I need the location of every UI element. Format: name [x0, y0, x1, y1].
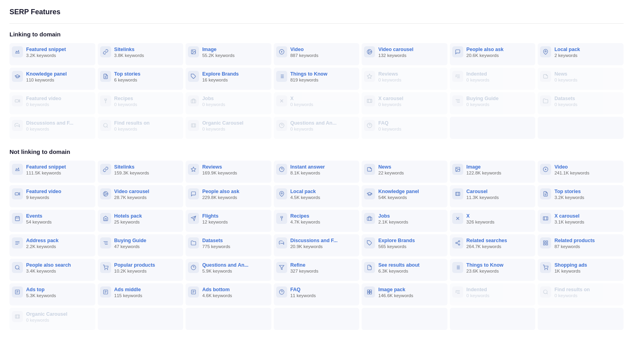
feature-card[interactable]: Featured video9 keywords: [9, 185, 95, 207]
feature-count: 12 keywords: [202, 220, 228, 224]
feature-name: Top stories: [114, 71, 140, 77]
feature-card[interactable]: Hotels pack25 keywords: [98, 210, 184, 232]
feature-card[interactable]: X326 keywords: [450, 210, 536, 232]
feature-card[interactable]: Things to Know23.6K keywords: [450, 259, 536, 281]
feature-card[interactable]: Featured video0 keywords: [9, 92, 95, 114]
feature-name: FAQ: [378, 120, 401, 126]
feature-card[interactable]: People also search3.4K keywords: [9, 259, 95, 281]
empty-card: [538, 308, 624, 330]
feature-card[interactable]: Events54 keywords: [9, 210, 95, 232]
feature-card[interactable]: Organic Carousel0 keywords: [9, 308, 95, 330]
feature-card[interactable]: Related searches264.7K keywords: [450, 234, 536, 256]
feature-name: Things to Know: [466, 262, 504, 268]
feature-card[interactable]: Jobs2.1K keywords: [362, 210, 447, 232]
feature-count: 0 keywords: [290, 102, 313, 107]
feature-card[interactable]: Find results on0 keywords: [98, 117, 184, 139]
feature-card[interactable]: Questions and An...0 keywords: [274, 117, 360, 139]
feature-card[interactable]: People also ask229.8K keywords: [186, 185, 271, 207]
feature-count: 146.6K keywords: [378, 293, 413, 298]
feature-card[interactable]: Discussions and F...20.9K keywords: [274, 234, 360, 256]
news-icon: [364, 164, 375, 175]
feature-card[interactable]: News0 keywords: [538, 68, 624, 90]
feature-card[interactable]: Carousel11.3K keywords: [450, 185, 536, 207]
video-icon: [12, 188, 23, 199]
feature-card[interactable]: Shopping ads1K keywords: [538, 259, 624, 281]
feature-card[interactable]: Ads bottom4.6K keywords: [186, 283, 271, 305]
svg-marker-3: [281, 51, 283, 53]
feature-card[interactable]: Buying Guide47 keywords: [98, 234, 184, 256]
feature-card[interactable]: Find results on0 keywords: [538, 283, 624, 305]
svg-point-80: [459, 244, 460, 245]
feature-card[interactable]: Video carousel132 keywords: [362, 43, 447, 65]
feature-card[interactable]: Explore Brands565 keywords: [362, 234, 447, 256]
feature-card[interactable]: FAQ0 keywords: [362, 117, 447, 139]
feature-count: 22 keywords: [378, 171, 404, 175]
svg-point-1: [192, 51, 193, 51]
feature-name: X carousel: [378, 95, 403, 102]
feature-card[interactable]: Recipes4.7K keywords: [274, 210, 360, 232]
feature-card[interactable]: News22 keywords: [362, 161, 447, 183]
feature-card[interactable]: Knowledge panel110 keywords: [9, 68, 95, 90]
feature-card[interactable]: People also ask20.6K keywords: [450, 43, 536, 65]
feature-card[interactable]: Explore Brands16 keywords: [186, 68, 271, 90]
feature-card[interactable]: Sitelinks159.3K keywords: [98, 161, 184, 183]
feature-name: Local pack: [290, 188, 320, 195]
svg-point-100: [545, 269, 545, 270]
tag-icon: [364, 237, 375, 248]
feature-card[interactable]: Jobs0 keywords: [186, 92, 271, 114]
feature-card[interactable]: FAQ11 keywords: [274, 283, 360, 305]
feature-card[interactable]: Instant answer8.1K keywords: [274, 161, 360, 183]
feature-card[interactable]: Reviews0 keywords: [362, 68, 447, 90]
feature-card[interactable]: Discussions and F...0 keywords: [9, 117, 95, 139]
feature-card[interactable]: Flights12 keywords: [186, 210, 271, 232]
feature-count: 0 keywords: [378, 78, 401, 82]
feature-card[interactable]: Video carousel28.7K keywords: [98, 185, 184, 207]
feature-card[interactable]: Recipes0 keywords: [98, 92, 184, 114]
feature-card[interactable]: Datasets775 keywords: [186, 234, 271, 256]
feature-name: Find results on: [554, 286, 590, 293]
feature-card[interactable]: Local pack4.5K keywords: [274, 185, 360, 207]
feature-card[interactable]: Reviews169.9K keywords: [186, 161, 271, 183]
feature-card[interactable]: Organic Carousel0 keywords: [186, 117, 271, 139]
feature-name: Jobs: [202, 95, 225, 102]
feature-card[interactable]: Datasets0 keywords: [538, 92, 624, 114]
feature-card[interactable]: X carousel0 keywords: [362, 92, 447, 114]
see-results-icon: [364, 262, 375, 273]
feature-card[interactable]: Sitelinks3.8K keywords: [98, 43, 184, 65]
feature-card[interactable]: Video887 keywords: [274, 43, 360, 65]
feature-card[interactable]: Image122.8K keywords: [450, 161, 536, 183]
feature-card[interactable]: Related products87 keywords: [538, 234, 624, 256]
feature-card[interactable]: Image pack146.6K keywords: [362, 283, 447, 305]
feature-name: X: [290, 95, 313, 102]
section-not-linking: Not linking to domainFeatured snippet111…: [9, 148, 624, 330]
feature-card[interactable]: Things to Know819 keywords: [274, 68, 360, 90]
feature-card[interactable]: Featured snippet111.5K keywords: [9, 161, 95, 183]
play-circle-icon: [364, 46, 375, 57]
feature-card[interactable]: Refine327 keywords: [274, 259, 360, 281]
feature-card[interactable]: Local pack2 keywords: [538, 43, 624, 65]
feature-count: 0 keywords: [378, 102, 403, 107]
related-icon: [452, 237, 463, 248]
feature-name: Recipes: [114, 95, 137, 102]
feature-card[interactable]: Buying Guide0 keywords: [450, 92, 536, 114]
feature-card[interactable]: Knowledge panel54K keywords: [362, 185, 447, 207]
feature-card[interactable]: See results about6.3K keywords: [362, 259, 447, 281]
feature-card[interactable]: Indented0 keywords: [450, 68, 536, 90]
feature-card[interactable]: Indented0 keywords: [450, 283, 536, 305]
feature-card[interactable]: Popular products10.2K keywords: [98, 259, 184, 281]
feature-card[interactable]: Ads middle115 keywords: [98, 283, 184, 305]
feature-count: 241.1K keywords: [554, 171, 589, 175]
feature-card[interactable]: Image55.2K keywords: [186, 43, 271, 65]
feature-count: 159.3K keywords: [114, 171, 149, 175]
feature-card[interactable]: X0 keywords: [274, 92, 360, 114]
feature-card[interactable]: Questions and An...5.9K keywords: [186, 259, 271, 281]
feature-card[interactable]: Top stories6 keywords: [98, 68, 184, 90]
feature-card[interactable]: Top stories3.2K keywords: [538, 185, 624, 207]
feature-card[interactable]: Featured snippet3.2K keywords: [9, 43, 95, 65]
svg-rect-27: [367, 99, 372, 102]
feature-card[interactable]: Ads top5.3K keywords: [9, 283, 95, 305]
feature-card[interactable]: X carousel3.1K keywords: [538, 210, 624, 232]
feature-card[interactable]: Video241.1K keywords: [538, 161, 624, 183]
empty-card: [450, 117, 536, 139]
feature-card[interactable]: Address pack2.2K keywords: [9, 234, 95, 256]
